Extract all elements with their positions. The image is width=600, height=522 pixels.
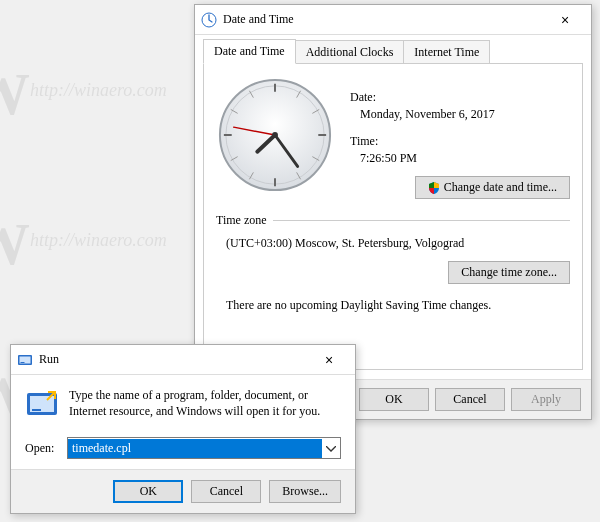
analog-clock	[216, 76, 334, 194]
tab-additional-clocks[interactable]: Additional Clocks	[295, 40, 405, 65]
open-label: Open:	[25, 441, 59, 456]
chevron-down-icon[interactable]	[322, 441, 340, 456]
close-button[interactable]: ×	[309, 348, 349, 372]
dialog-button-bar: OK Cancel Browse...	[11, 469, 355, 513]
timezone-heading-text: Time zone	[216, 213, 267, 228]
run-icon	[17, 352, 33, 368]
timezone-heading: Time zone	[216, 213, 570, 228]
ok-button[interactable]: OK	[359, 388, 429, 411]
run-window: Run × Type the name of a program, folder…	[10, 344, 356, 514]
close-button[interactable]: ×	[545, 8, 585, 32]
svg-rect-21	[21, 362, 25, 363]
run-description: Type the name of a program, folder, docu…	[69, 387, 341, 419]
change-timezone-button[interactable]: Change time zone...	[448, 261, 570, 284]
date-value: Monday, November 6, 2017	[360, 107, 570, 122]
open-combobox[interactable]	[67, 437, 341, 459]
change-date-time-button[interactable]: Change date and time...	[415, 176, 570, 199]
open-input[interactable]	[68, 439, 322, 458]
timezone-value: (UTC+03:00) Moscow, St. Petersburg, Volg…	[226, 236, 570, 251]
watermark: Whttp://winaero.com	[0, 210, 167, 279]
shield-icon	[428, 182, 440, 194]
titlebar[interactable]: Run ×	[11, 345, 355, 375]
date-time-info: Date: Monday, November 6, 2017 Time: 7:2…	[350, 76, 570, 199]
apply-button[interactable]: Apply	[511, 388, 581, 411]
svg-rect-24	[32, 409, 41, 411]
ok-button[interactable]: OK	[113, 480, 183, 503]
window-title: Run	[39, 352, 309, 367]
dst-info-text: There are no upcoming Daylight Saving Ti…	[226, 298, 570, 313]
window-title: Date and Time	[223, 12, 545, 27]
cancel-button[interactable]: Cancel	[191, 480, 261, 503]
tab-date-and-time[interactable]: Date and Time	[203, 39, 296, 64]
watermark: Whttp://winaero.com	[0, 60, 167, 129]
cancel-button[interactable]: Cancel	[435, 388, 505, 411]
tab-internet-time[interactable]: Internet Time	[403, 40, 490, 65]
titlebar[interactable]: Date and Time ×	[195, 5, 591, 35]
change-date-time-label: Change date and time...	[444, 180, 557, 195]
browse-button[interactable]: Browse...	[269, 480, 341, 503]
tab-panel: Date: Monday, November 6, 2017 Time: 7:2…	[203, 63, 583, 370]
run-app-icon	[25, 387, 59, 421]
time-label: Time:	[350, 134, 570, 149]
svg-point-18	[272, 132, 278, 138]
date-time-icon	[201, 12, 217, 28]
date-label: Date:	[350, 90, 570, 105]
run-body: Type the name of a program, folder, docu…	[11, 375, 355, 469]
divider	[273, 220, 570, 221]
tab-strip: Date and Time Additional Clocks Internet…	[195, 35, 591, 64]
time-value: 7:26:50 PM	[360, 151, 570, 166]
